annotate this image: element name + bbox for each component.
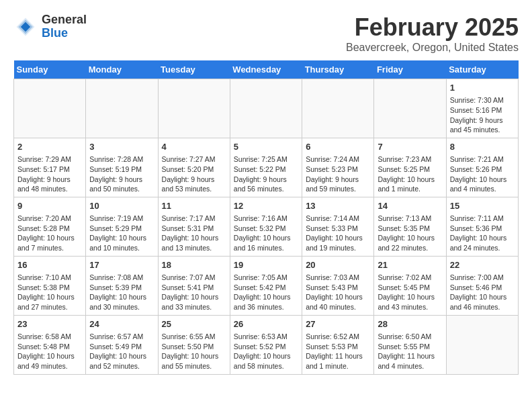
days-header-row: SundayMondayTuesdayWednesdayThursdayFrid… — [14, 60, 519, 79]
day-info: Sunrise: 7:30 AM Sunset: 5:16 PM Dayligh… — [450, 95, 515, 135]
day-number: 12 — [234, 200, 298, 212]
day-info: Sunrise: 7:02 AM Sunset: 5:45 PM Dayligh… — [378, 273, 442, 312]
calendar-cell: 24Sunrise: 6:57 AM Sunset: 5:49 PM Dayli… — [86, 315, 158, 374]
day-info: Sunrise: 7:05 AM Sunset: 5:42 PM Dayligh… — [234, 273, 298, 312]
day-info: Sunrise: 7:23 AM Sunset: 5:25 PM Dayligh… — [378, 154, 442, 194]
day-number: 3 — [89, 141, 154, 153]
week-row-3: 9Sunrise: 7:20 AM Sunset: 5:28 PM Daylig… — [14, 197, 519, 256]
day-info: Sunrise: 7:27 AM Sunset: 5:20 PM Dayligh… — [162, 154, 226, 194]
day-info: Sunrise: 7:28 AM Sunset: 5:19 PM Dayligh… — [89, 154, 154, 194]
day-number: 27 — [306, 318, 370, 330]
week-row-4: 16Sunrise: 7:10 AM Sunset: 5:38 PM Dayli… — [14, 256, 519, 315]
header: General Blue February 2025 Beavercreek, … — [13, 13, 519, 54]
day-number: 23 — [17, 318, 82, 330]
day-number: 11 — [162, 200, 226, 212]
calendar-cell: 15Sunrise: 7:11 AM Sunset: 5:36 PM Dayli… — [446, 197, 518, 256]
day-number: 19 — [234, 259, 298, 271]
day-info: Sunrise: 7:14 AM Sunset: 5:33 PM Dayligh… — [306, 214, 370, 253]
logo: General Blue — [13, 13, 87, 40]
calendar-cell: 7Sunrise: 7:23 AM Sunset: 5:25 PM Daylig… — [374, 138, 446, 197]
calendar-cell: 25Sunrise: 6:55 AM Sunset: 5:50 PM Dayli… — [158, 315, 230, 374]
calendar-cell: 4Sunrise: 7:27 AM Sunset: 5:20 PM Daylig… — [158, 138, 230, 197]
calendar-cell: 14Sunrise: 7:13 AM Sunset: 5:35 PM Dayli… — [374, 197, 446, 256]
calendar-cell: 8Sunrise: 7:21 AM Sunset: 5:26 PM Daylig… — [446, 138, 518, 197]
calendar-cell — [374, 79, 446, 138]
calendar-cell: 20Sunrise: 7:03 AM Sunset: 5:43 PM Dayli… — [302, 256, 374, 315]
calendar-cell — [158, 79, 230, 138]
calendar-cell: 11Sunrise: 7:17 AM Sunset: 5:31 PM Dayli… — [158, 197, 230, 256]
day-header-thursday: Thursday — [302, 60, 374, 79]
logo-icon — [13, 15, 38, 39]
calendar-cell: 12Sunrise: 7:16 AM Sunset: 5:32 PM Dayli… — [230, 197, 302, 256]
day-info: Sunrise: 7:19 AM Sunset: 5:29 PM Dayligh… — [89, 214, 154, 253]
day-info: Sunrise: 7:03 AM Sunset: 5:43 PM Dayligh… — [306, 273, 370, 312]
day-info: Sunrise: 7:00 AM Sunset: 5:46 PM Dayligh… — [450, 273, 515, 312]
day-info: Sunrise: 6:57 AM Sunset: 5:49 PM Dayligh… — [89, 332, 154, 371]
day-info: Sunrise: 7:13 AM Sunset: 5:35 PM Dayligh… — [378, 214, 442, 253]
day-number: 21 — [378, 259, 442, 271]
day-number: 28 — [378, 318, 442, 330]
calendar-cell: 6Sunrise: 7:24 AM Sunset: 5:23 PM Daylig… — [302, 138, 374, 197]
day-info: Sunrise: 6:55 AM Sunset: 5:50 PM Dayligh… — [162, 332, 226, 371]
calendar-cell: 27Sunrise: 6:52 AM Sunset: 5:53 PM Dayli… — [302, 315, 374, 374]
day-info: Sunrise: 6:52 AM Sunset: 5:53 PM Dayligh… — [306, 332, 370, 371]
week-row-2: 2Sunrise: 7:29 AM Sunset: 5:17 PM Daylig… — [14, 138, 519, 197]
week-row-5: 23Sunrise: 6:58 AM Sunset: 5:48 PM Dayli… — [14, 315, 519, 374]
day-header-monday: Monday — [86, 60, 158, 79]
day-info: Sunrise: 7:07 AM Sunset: 5:41 PM Dayligh… — [162, 273, 226, 312]
calendar-cell: 10Sunrise: 7:19 AM Sunset: 5:29 PM Dayli… — [86, 197, 158, 256]
calendar-cell — [86, 79, 158, 138]
calendar-cell: 2Sunrise: 7:29 AM Sunset: 5:17 PM Daylig… — [14, 138, 86, 197]
calendar-cell: 18Sunrise: 7:07 AM Sunset: 5:41 PM Dayli… — [158, 256, 230, 315]
day-header-tuesday: Tuesday — [158, 60, 230, 79]
calendar-cell: 16Sunrise: 7:10 AM Sunset: 5:38 PM Dayli… — [14, 256, 86, 315]
calendar-cell: 13Sunrise: 7:14 AM Sunset: 5:33 PM Dayli… — [302, 197, 374, 256]
calendar-cell: 21Sunrise: 7:02 AM Sunset: 5:45 PM Dayli… — [374, 256, 446, 315]
week-row-1: 1Sunrise: 7:30 AM Sunset: 5:16 PM Daylig… — [14, 79, 519, 138]
day-number: 2 — [17, 141, 82, 153]
calendar-cell: 19Sunrise: 7:05 AM Sunset: 5:42 PM Dayli… — [230, 256, 302, 315]
day-number: 14 — [378, 200, 442, 212]
calendar-cell: 9Sunrise: 7:20 AM Sunset: 5:28 PM Daylig… — [14, 197, 86, 256]
calendar-cell: 26Sunrise: 6:53 AM Sunset: 5:52 PM Dayli… — [230, 315, 302, 374]
calendar-cell — [302, 79, 374, 138]
calendar-cell — [230, 79, 302, 138]
day-info: Sunrise: 7:10 AM Sunset: 5:38 PM Dayligh… — [17, 273, 82, 312]
logo-text: General Blue — [42, 13, 87, 40]
day-header-friday: Friday — [374, 60, 446, 79]
day-number: 26 — [234, 318, 298, 330]
day-number: 13 — [306, 200, 370, 212]
day-info: Sunrise: 6:58 AM Sunset: 5:48 PM Dayligh… — [17, 332, 82, 371]
day-info: Sunrise: 7:11 AM Sunset: 5:36 PM Dayligh… — [450, 214, 515, 253]
day-number: 6 — [306, 141, 370, 153]
day-number: 1 — [450, 82, 515, 94]
calendar-cell: 22Sunrise: 7:00 AM Sunset: 5:46 PM Dayli… — [446, 256, 518, 315]
subtitle: Beavercreek, Oregon, United States — [346, 42, 519, 54]
day-info: Sunrise: 6:53 AM Sunset: 5:52 PM Dayligh… — [234, 332, 298, 371]
calendar-cell: 3Sunrise: 7:28 AM Sunset: 5:19 PM Daylig… — [86, 138, 158, 197]
day-header-saturday: Saturday — [446, 60, 518, 79]
calendar-cell: 5Sunrise: 7:25 AM Sunset: 5:22 PM Daylig… — [230, 138, 302, 197]
day-number: 16 — [17, 259, 82, 271]
day-number: 8 — [450, 141, 515, 153]
main-title: February 2025 — [346, 13, 519, 42]
day-info: Sunrise: 7:17 AM Sunset: 5:31 PM Dayligh… — [162, 214, 226, 253]
day-number: 24 — [89, 318, 154, 330]
day-number: 25 — [162, 318, 226, 330]
day-number: 17 — [89, 259, 154, 271]
day-header-sunday: Sunday — [14, 60, 86, 79]
calendar-cell: 17Sunrise: 7:08 AM Sunset: 5:39 PM Dayli… — [86, 256, 158, 315]
day-number: 7 — [378, 141, 442, 153]
day-info: Sunrise: 6:50 AM Sunset: 5:55 PM Dayligh… — [378, 332, 442, 371]
day-info: Sunrise: 7:24 AM Sunset: 5:23 PM Dayligh… — [306, 154, 370, 194]
calendar-table: SundayMondayTuesdayWednesdayThursdayFrid… — [13, 60, 519, 375]
day-info: Sunrise: 7:25 AM Sunset: 5:22 PM Dayligh… — [234, 154, 298, 194]
calendar-cell — [446, 315, 518, 374]
day-number: 18 — [162, 259, 226, 271]
calendar-cell: 1Sunrise: 7:30 AM Sunset: 5:16 PM Daylig… — [446, 79, 518, 138]
day-info: Sunrise: 7:16 AM Sunset: 5:32 PM Dayligh… — [234, 214, 298, 253]
day-number: 9 — [17, 200, 82, 212]
title-area: February 2025 Beavercreek, Oregon, Unite… — [346, 13, 519, 54]
day-header-wednesday: Wednesday — [230, 60, 302, 79]
day-number: 10 — [89, 200, 154, 212]
